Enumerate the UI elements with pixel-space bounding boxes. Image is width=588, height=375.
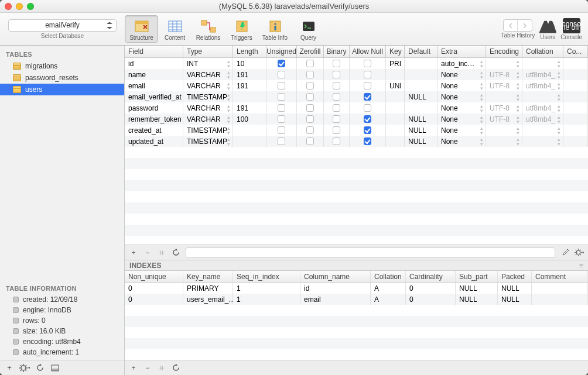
- add-column-button[interactable]: +: [127, 247, 140, 258]
- unsigned-checkbox[interactable]: [278, 93, 285, 101]
- col-hdr-key[interactable]: Key: [386, 46, 405, 57]
- allownull-checkbox[interactable]: [364, 104, 371, 112]
- column-row[interactable]: emailVARCHAR▴▾191UNINone▴▾UTF-8▴▾utf8mb4…: [125, 80, 588, 91]
- database-select-label: Select Database: [41, 33, 84, 39]
- unsigned-checkbox[interactable]: [278, 137, 285, 145]
- zerofill-checkbox[interactable]: [306, 71, 314, 78]
- column-row[interactable]: idINT▴▾10PRIauto_inc…▴▾▴▾▴▾: [125, 58, 588, 69]
- column-row[interactable]: remember_tokenVARCHAR▴▾100NULLNone▴▾UTF-…: [125, 113, 588, 125]
- col-hdr-zerofill[interactable]: Zerofill: [297, 46, 324, 57]
- column-row[interactable]: nameVARCHAR▴▾191None▴▾UTF-8▴▾utf8mb4_▴▾: [125, 69, 588, 80]
- unsigned-checkbox[interactable]: [278, 82, 285, 90]
- database-select[interactable]: emailVerify: [8, 19, 117, 32]
- unsigned-checkbox[interactable]: [278, 126, 285, 134]
- allownull-checkbox[interactable]: [364, 126, 371, 134]
- col-hdr-default[interactable]: Default: [405, 46, 437, 57]
- idx-hdr-packed[interactable]: Packed: [498, 271, 532, 282]
- idx-hdr-cardinality[interactable]: Cardinality: [406, 271, 456, 282]
- index-row[interactable]: 0users_email_…1emailA0NULLNULL: [125, 294, 588, 305]
- indexes-collapse-icon[interactable]: ≡: [579, 262, 583, 270]
- refresh-sidebar-button[interactable]: [33, 362, 47, 374]
- column-row[interactable]: passwordVARCHAR▴▾191None▴▾UTF-8▴▾utf8mb4…: [125, 102, 588, 113]
- col-hdr-unsigned[interactable]: Unsigned: [266, 46, 297, 57]
- allownull-checkbox[interactable]: [364, 60, 371, 67]
- col-hdr-collation[interactable]: Collation: [522, 46, 563, 57]
- history-label: Table History: [501, 32, 535, 39]
- unsigned-checkbox[interactable]: [278, 104, 285, 112]
- allownull-checkbox[interactable]: [364, 82, 371, 90]
- idx-hdr-comment[interactable]: Comment: [532, 271, 588, 282]
- add-index-button[interactable]: +: [127, 363, 140, 373]
- binary-checkbox[interactable]: [333, 126, 340, 134]
- sidebar-table-password_resets[interactable]: password_resets: [0, 72, 124, 84]
- history-back[interactable]: [504, 20, 518, 31]
- binary-checkbox[interactable]: [333, 71, 340, 78]
- toggle-panel-button[interactable]: [48, 362, 62, 374]
- tab-content[interactable]: Content: [158, 15, 192, 43]
- window-zoom[interactable]: [27, 3, 34, 10]
- idx-hdr-column[interactable]: Column_name: [300, 271, 371, 282]
- binary-checkbox[interactable]: [333, 93, 340, 101]
- binary-checkbox[interactable]: [333, 115, 340, 123]
- column-row[interactable]: updated_atTIMESTAMP▴▾NULLNone▴▾▴▾▴▾: [125, 136, 588, 147]
- idx-hdr-nonunique[interactable]: Non_unique: [125, 271, 183, 282]
- refresh-columns-button[interactable]: [169, 247, 182, 258]
- binary-checkbox[interactable]: [333, 104, 340, 112]
- window-minimize[interactable]: [16, 3, 23, 10]
- console-icon[interactable]: console off: [563, 18, 580, 33]
- sidebar-table-migrations[interactable]: migrations: [0, 60, 124, 72]
- col-hdr-allownull[interactable]: Allow Null: [350, 46, 386, 57]
- sidebar-table-users[interactable]: users: [0, 84, 124, 95]
- zerofill-checkbox[interactable]: [306, 137, 314, 145]
- col-hdr-comment[interactable]: Co...: [563, 46, 588, 57]
- allownull-checkbox[interactable]: [364, 71, 371, 78]
- add-table-button[interactable]: +: [2, 362, 16, 374]
- col-hdr-field[interactable]: Field: [125, 46, 183, 57]
- svg-rect-1: [135, 21, 148, 24]
- users-icon[interactable]: [539, 18, 556, 33]
- allownull-checkbox[interactable]: [364, 137, 371, 145]
- history-forward[interactable]: [518, 20, 532, 31]
- tab-structure[interactable]: Structure: [125, 15, 158, 43]
- refresh-indexes-button[interactable]: [169, 363, 182, 373]
- allownull-checkbox[interactable]: [364, 115, 371, 123]
- remove-index-button[interactable]: −: [141, 363, 154, 373]
- unsigned-checkbox[interactable]: [278, 115, 285, 123]
- col-hdr-type[interactable]: Type: [183, 46, 233, 57]
- tab-triggers[interactable]: Triggers: [225, 15, 258, 43]
- binary-checkbox[interactable]: [333, 137, 340, 145]
- zerofill-checkbox[interactable]: [306, 104, 314, 112]
- zerofill-checkbox[interactable]: [306, 115, 314, 123]
- col-hdr-length[interactable]: Length: [233, 46, 266, 57]
- tab-relations[interactable]: Relations: [192, 15, 225, 43]
- binary-checkbox[interactable]: [333, 60, 340, 67]
- idx-hdr-seq[interactable]: Seq_in_index: [233, 271, 300, 282]
- duplicate-index-button[interactable]: ⧺: [155, 363, 168, 373]
- columns-filter-input[interactable]: [186, 247, 555, 258]
- allownull-checkbox[interactable]: [364, 93, 371, 101]
- binary-checkbox[interactable]: [333, 82, 340, 90]
- columns-settings-button[interactable]: ▾: [573, 247, 586, 258]
- idx-hdr-keyname[interactable]: Key_name: [183, 271, 233, 282]
- edit-column-button[interactable]: [559, 247, 572, 258]
- index-row[interactable]: 0PRIMARY1idA0NULLNULL: [125, 283, 588, 294]
- idx-hdr-subpart[interactable]: Sub_part: [456, 271, 498, 282]
- tab-table-info[interactable]: Table Info: [258, 15, 292, 43]
- col-hdr-extra[interactable]: Extra: [437, 46, 486, 57]
- window-close[interactable]: [5, 3, 12, 10]
- duplicate-column-button[interactable]: ⧺: [155, 247, 168, 258]
- zerofill-checkbox[interactable]: [306, 60, 314, 67]
- idx-hdr-collation[interactable]: Collation: [371, 271, 406, 282]
- zerofill-checkbox[interactable]: [306, 93, 314, 101]
- column-row[interactable]: created_atTIMESTAMP▴▾NULLNone▴▾▴▾▴▾: [125, 125, 588, 136]
- tab-query[interactable]: Query: [292, 15, 325, 43]
- zerofill-checkbox[interactable]: [306, 82, 314, 90]
- col-hdr-encoding[interactable]: Encoding: [486, 46, 522, 57]
- col-hdr-binary[interactable]: Binary: [324, 46, 350, 57]
- zerofill-checkbox[interactable]: [306, 126, 314, 134]
- table-actions-button[interactable]: ▾: [18, 362, 32, 374]
- unsigned-checkbox[interactable]: [278, 60, 285, 67]
- unsigned-checkbox[interactable]: [278, 71, 285, 78]
- column-row[interactable]: email_verified_atTIMESTAMP▴▾NULLNone▴▾▴▾…: [125, 91, 588, 102]
- remove-column-button[interactable]: −: [141, 247, 154, 258]
